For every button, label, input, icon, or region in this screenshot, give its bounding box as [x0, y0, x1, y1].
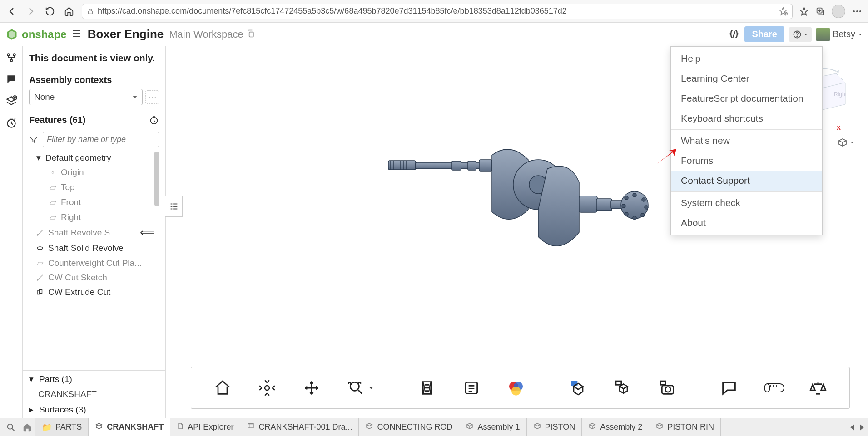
panel-toggle-button[interactable]	[165, 196, 183, 217]
comment-button[interactable]	[715, 374, 743, 402]
forward-button[interactable]	[25, 5, 37, 18]
menu-help[interactable]: Help	[671, 49, 822, 69]
back-button[interactable]	[5, 5, 18, 18]
share-button[interactable]: Share	[744, 26, 784, 42]
bom-icon[interactable]: ?	[5, 95, 17, 107]
display-mode-button[interactable]	[837, 137, 854, 148]
feature-filter-input[interactable]	[43, 132, 159, 147]
mass-properties-button[interactable]	[804, 374, 832, 402]
measure-button[interactable]	[760, 374, 787, 402]
workspace-name[interactable]: Main Workspace	[169, 29, 243, 40]
home-view-button[interactable]	[209, 374, 236, 402]
svg-point-39	[641, 213, 645, 217]
context-more-button[interactable]: ⋯	[145, 90, 159, 104]
copy-workspace-icon[interactable]	[246, 29, 255, 40]
tree-front-plane[interactable]: ▱Front	[29, 195, 159, 210]
stopwatch-icon[interactable]	[149, 115, 159, 125]
tabs-scroll-right-icon[interactable]	[858, 424, 865, 431]
tree-default-geometry[interactable]: ▾Default geometry	[29, 150, 159, 165]
tab-folder-parts[interactable]: 📁PARTS	[35, 418, 89, 436]
search-tabs-button[interactable]	[3, 419, 19, 436]
assembly-contexts-title: Assembly contexts	[29, 75, 112, 85]
annotation-arrow-icon	[655, 148, 677, 166]
tab-piston[interactable]: PISTON	[527, 418, 582, 436]
rollback-arrow-icon[interactable]: ⟸	[140, 227, 154, 239]
tab-crankshaft-drawing[interactable]: CRANKSHAFT-001 Dra...	[240, 418, 359, 436]
more-icon[interactable]	[852, 6, 863, 17]
part-studio-icon	[95, 422, 103, 432]
filter-icon[interactable]	[29, 135, 38, 144]
tree-shaft-revolve-sketch[interactable]: Shaft Revolve S... ⟸	[29, 225, 159, 241]
appearance-button[interactable]	[502, 374, 530, 402]
tab-assembly-2[interactable]: Assembly 2	[582, 418, 649, 436]
capture-button[interactable]	[654, 374, 681, 402]
configurations-icon[interactable]	[5, 52, 17, 64]
tab-api-explorer[interactable]: API Explorer	[170, 418, 240, 436]
named-views-button[interactable]	[565, 374, 592, 402]
tree-top-plane[interactable]: ▱Top	[29, 180, 159, 195]
tab-connecting-rod[interactable]: CONNECTING ROD	[359, 418, 459, 436]
menu-learning-center[interactable]: Learning Center	[671, 69, 822, 88]
svg-point-36	[633, 193, 636, 197]
menu-featurescript-doc[interactable]: FeatureScript documentation	[671, 88, 822, 108]
svg-point-57	[8, 424, 13, 429]
add-favorite-icon[interactable]	[779, 7, 788, 16]
tab-assembly-1[interactable]: Assembly 1	[459, 418, 526, 436]
stopwatch-icon[interactable]	[5, 117, 17, 129]
feature-tree[interactable]: ▾Default geometry ◦Origin ▱Top ▱Front ▱R…	[29, 149, 159, 370]
context-select[interactable]: None	[29, 89, 143, 105]
svg-rect-27	[452, 161, 461, 170]
rotate-button[interactable]	[253, 374, 281, 402]
menu-contact-support[interactable]: Contact Support	[671, 171, 822, 191]
address-bar[interactable]: https://cad.onshape.com/documents/7efc81…	[82, 4, 793, 19]
tree-right-plane[interactable]: ▱Right	[29, 210, 159, 225]
parts-header[interactable]: ▾Parts (1)	[23, 371, 165, 387]
user-menu[interactable]: Betsy	[816, 28, 863, 41]
onshape-logo[interactable]: onshape	[5, 28, 67, 41]
properties-button[interactable]	[458, 374, 485, 402]
favorites-icon[interactable]	[799, 6, 809, 16]
part-item[interactable]: CRANKSHAFT	[23, 387, 165, 401]
caret-down-icon	[858, 32, 863, 37]
document-icon	[177, 422, 184, 432]
tree-cw-cut-plane[interactable]: ▱Counterweight Cut Pla...	[29, 255, 159, 270]
menu-system-check[interactable]: System check	[671, 193, 822, 213]
pan-button[interactable]	[298, 374, 325, 402]
home-button[interactable]	[63, 5, 75, 18]
help-menu-button[interactable]	[789, 27, 812, 42]
tree-origin[interactable]: ◦Origin	[29, 165, 159, 180]
tabs-scroll-left-icon[interactable]	[849, 424, 856, 431]
tree-shaft-solid-revolve[interactable]: Shaft Solid Revolve	[29, 241, 159, 255]
part-studio-icon	[365, 422, 373, 432]
collections-icon[interactable]	[815, 6, 825, 16]
tree-cw-cut-sketch[interactable]: CW Cut Sketch	[29, 270, 159, 285]
section-view-button[interactable]	[413, 374, 441, 402]
surfaces-header[interactable]: ▸Surfaces (3)	[23, 401, 165, 418]
svg-rect-28	[468, 161, 476, 170]
featurescript-icon[interactable]	[728, 29, 740, 40]
zoom-button[interactable]	[342, 374, 379, 402]
scrollbar-thumb[interactable]	[154, 152, 159, 206]
svg-point-42	[622, 204, 625, 208]
feature-panel: This document is view only. Assembly con…	[23, 46, 166, 418]
comments-icon[interactable]	[5, 73, 17, 85]
tab-crankshaft[interactable]: CRANKSHAFT	[89, 418, 170, 436]
menu-keyboard-shortcuts[interactable]: Keyboard shortcuts	[671, 108, 822, 128]
menu-whats-new[interactable]: What's new	[671, 131, 822, 151]
tabs-home-button[interactable]	[19, 419, 35, 436]
menu-forums[interactable]: Forums	[671, 151, 822, 171]
exploded-view-button[interactable]	[609, 374, 636, 402]
svg-rect-33	[596, 199, 612, 211]
left-rail: ?	[0, 46, 23, 418]
caret-down-icon	[132, 94, 138, 100]
document-menu-button[interactable]	[71, 28, 82, 41]
browser-toolbar: https://cad.onshape.com/documents/7efc81…	[0, 0, 868, 23]
profile-avatar-icon[interactable]	[832, 5, 845, 18]
graphics-canvas[interactable]: Right x Help Learning Center FeatureScri…	[166, 46, 868, 418]
menu-about[interactable]: About	[671, 213, 822, 233]
tree-cw-extrude-cut[interactable]: CW Extrude Cut	[29, 285, 159, 299]
svg-point-9	[7, 54, 9, 55]
svg-point-43	[625, 196, 628, 200]
tab-piston-ring[interactable]: PISTON RIN	[649, 418, 721, 436]
refresh-button[interactable]	[44, 5, 56, 18]
